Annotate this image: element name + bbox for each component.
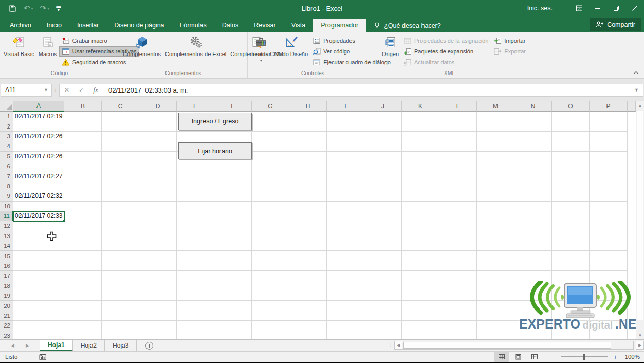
cell-H20[interactable] [289, 301, 327, 311]
button-insertar[interactable]: Insertar▾ [249, 33, 272, 69]
cell-J1[interactable] [364, 112, 402, 121]
cell-M13[interactable] [477, 231, 514, 241]
cell-A14[interactable] [13, 241, 64, 251]
row-header-7[interactable]: 7 [0, 171, 13, 181]
sheet-tab-hoja3[interactable]: Hoja3 [105, 340, 137, 351]
cell-K15[interactable] [402, 251, 439, 261]
ribbon-display-options-button[interactable] [570, 0, 588, 16]
cell-P14[interactable] [590, 241, 628, 251]
cell-C8[interactable] [102, 182, 139, 191]
cell-J23[interactable] [364, 331, 402, 339]
view-page-break-button[interactable] [527, 352, 542, 362]
zoom-slider-handle[interactable] [583, 354, 585, 360]
cell-L5[interactable] [439, 152, 477, 161]
row-header-17[interactable]: 17 [0, 271, 13, 281]
cell-A4[interactable] [13, 141, 64, 151]
tab-vista[interactable]: Vista [284, 19, 314, 32]
cell-H3[interactable] [289, 132, 327, 141]
cell-N14[interactable] [514, 241, 552, 251]
scroll-down-icon[interactable]: ▼ [636, 331, 644, 339]
cell-H8[interactable] [289, 182, 327, 191]
cell-M6[interactable] [477, 161, 514, 171]
cell-B11[interactable] [64, 211, 102, 221]
cell-B20[interactable] [64, 301, 102, 311]
cell-I16[interactable] [327, 261, 364, 271]
cell-F21[interactable] [214, 311, 252, 321]
cell-I1[interactable] [327, 112, 364, 121]
zoom-in-button[interactable]: + [612, 353, 618, 361]
cell-B17[interactable] [64, 271, 102, 281]
cell-L15[interactable] [439, 251, 477, 261]
column-header-P[interactable]: P [590, 101, 628, 112]
cell-G16[interactable] [252, 261, 289, 271]
cell-L23[interactable] [439, 331, 477, 339]
customize-qat-button[interactable]: ▬▾ [56, 5, 61, 11]
cell-P22[interactable] [590, 321, 628, 331]
cell-C22[interactable] [102, 321, 139, 331]
cell-K9[interactable] [402, 191, 439, 201]
column-header-F[interactable]: F [214, 101, 252, 112]
close-button[interactable] [625, 0, 644, 16]
row-header-10[interactable]: 10 [0, 202, 13, 211]
cell-H22[interactable] [289, 321, 327, 331]
cell-D23[interactable] [139, 331, 177, 339]
cell-D11[interactable] [139, 211, 177, 221]
cell-D7[interactable] [139, 171, 177, 181]
cell-G3[interactable] [252, 132, 289, 141]
cell-D3[interactable] [139, 132, 177, 141]
cell-P21[interactable] [590, 311, 628, 321]
form-button-ingreso-egreso[interactable]: Ingreso / Egreso [178, 113, 252, 130]
cell-L19[interactable] [439, 291, 477, 301]
scrollbar-splitter[interactable]: ⁞ [387, 342, 394, 348]
cell-L11[interactable] [439, 211, 477, 221]
cell-B9[interactable] [64, 191, 102, 201]
cell-A2[interactable] [13, 121, 64, 131]
cell-C18[interactable] [102, 281, 139, 291]
cell-J22[interactable] [364, 321, 402, 331]
cell-B15[interactable] [64, 251, 102, 261]
row-header-20[interactable]: 20 [0, 301, 13, 311]
cell-P5[interactable] [590, 152, 628, 161]
cell-J5[interactable] [364, 152, 402, 161]
row-header-3[interactable]: 3 [0, 132, 13, 141]
cell-E20[interactable] [177, 301, 214, 311]
cell-G15[interactable] [252, 251, 289, 261]
cell-D5[interactable] [139, 152, 177, 161]
cell-P10[interactable] [590, 202, 628, 211]
cell-C3[interactable] [102, 132, 139, 141]
undo-button[interactable]: ↶▾ [24, 4, 33, 13]
cell-E14[interactable] [177, 241, 214, 251]
cell-F22[interactable] [214, 321, 252, 331]
cell-I5[interactable] [327, 152, 364, 161]
cell-A8[interactable] [13, 182, 64, 191]
cell-B2[interactable] [64, 121, 102, 131]
cell-I20[interactable] [327, 301, 364, 311]
cell-B23[interactable] [64, 331, 102, 339]
cell-D17[interactable] [139, 271, 177, 281]
cell-M8[interactable] [477, 182, 514, 191]
cell-A22[interactable] [13, 321, 64, 331]
cell-E9[interactable] [177, 191, 214, 201]
cell-L8[interactable] [439, 182, 477, 191]
cell-M21[interactable] [477, 311, 514, 321]
cell-P16[interactable] [590, 261, 628, 271]
row-header-12[interactable]: 12 [0, 221, 13, 231]
cell-P2[interactable] [590, 121, 628, 131]
cell-B21[interactable] [64, 311, 102, 321]
cell-G14[interactable] [252, 241, 289, 251]
cell-C6[interactable] [102, 161, 139, 171]
cell-N21[interactable] [514, 311, 552, 321]
cell-P8[interactable] [590, 182, 628, 191]
cell-J13[interactable] [364, 231, 402, 241]
cell-D20[interactable] [139, 301, 177, 311]
view-normal-button[interactable] [494, 352, 509, 362]
cell-E10[interactable] [177, 202, 214, 211]
cell-C5[interactable] [102, 152, 139, 161]
cell-O11[interactable] [552, 211, 590, 221]
cell-N16[interactable] [514, 261, 552, 271]
cell-O3[interactable] [552, 132, 590, 141]
cell-M5[interactable] [477, 152, 514, 161]
active-cell-selection[interactable] [13, 211, 65, 222]
cell-A9[interactable]: 02/11/2017 02:32 [13, 191, 64, 201]
cell-A19[interactable] [13, 291, 64, 301]
